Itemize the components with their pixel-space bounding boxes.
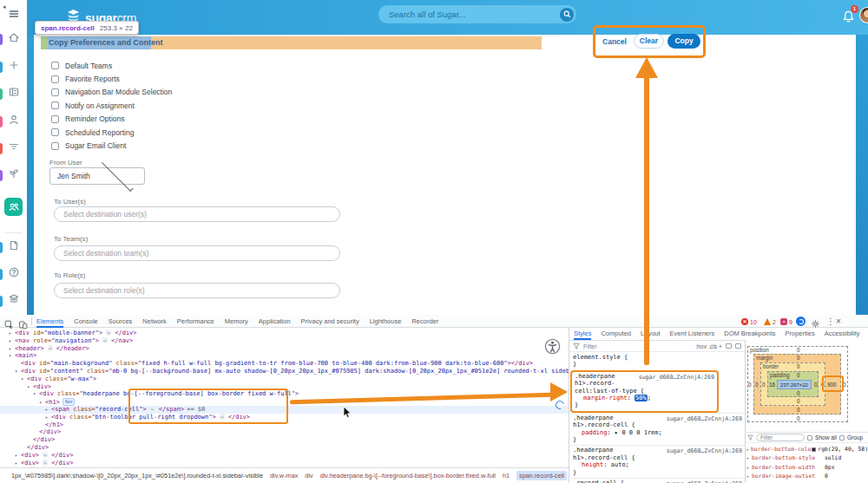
tree-row[interactable]: ▸<nav role="navigation"> ⋯ </nav> xyxy=(0,337,569,345)
console-errors-badge[interactable]: ✕10 xyxy=(741,318,757,325)
stylesheet-source-link[interactable]: sugar_d660…ZxCnnjA:269 xyxy=(667,415,742,422)
devtools-tab-performance[interactable]: Performance xyxy=(177,315,214,328)
accessibility-tree-button[interactable] xyxy=(544,338,561,355)
panel-tab-properties[interactable]: Properties xyxy=(785,328,814,340)
breadcrumb-item[interactable]: div.w-max xyxy=(270,472,298,480)
tree-row[interactable]: ▸<div id="mobile-banner"> ⋯ </div> xyxy=(0,330,569,337)
global-search-input[interactable]: Search all of Sugar... xyxy=(378,5,576,23)
tree-row[interactable]: <div id="main-background" class="fixed h… xyxy=(0,360,569,368)
show-all-checkbox[interactable] xyxy=(807,435,812,441)
sidebar-item[interactable] xyxy=(0,290,27,311)
avatar[interactable] xyxy=(859,7,868,23)
to-field-input[interactable]: Select destination team(s) xyxy=(54,245,340,261)
sidebar-item[interactable] xyxy=(0,165,27,186)
expand-arrow-icon[interactable]: ▸ xyxy=(45,406,51,414)
devtools-tab-memory[interactable]: Memory xyxy=(225,315,248,328)
css-value[interactable]: ▸ 0 0 0 1rem xyxy=(615,429,659,436)
css-property[interactable]: margin-right: 50%; xyxy=(575,395,714,401)
preference-checkbox-row[interactable]: Scheduled Reporting xyxy=(51,126,312,139)
preference-checkbox-row[interactable]: Notify on Assignment xyxy=(51,99,312,112)
preference-checkbox-row[interactable]: Default Teams xyxy=(51,59,312,72)
sidebar-item[interactable] xyxy=(0,83,27,104)
style-rule[interactable]: sugar_d660…ZxCnnjA:269.headerpaneh1>.rec… xyxy=(570,413,745,446)
panel-tab-accessibility[interactable]: Accessibility xyxy=(825,328,860,340)
expand-arrow-icon[interactable]: ▸ xyxy=(15,452,21,460)
computed-property-row[interactable]: ▸border-bottom-colorrgb(29, 40, 58) xyxy=(746,445,868,454)
css-value[interactable]: 50% xyxy=(635,395,648,401)
style-rule[interactable]: sugar_d660…ZxCnnjA:269.headerpaneh1>.rec… xyxy=(570,445,745,478)
from-user-select[interactable]: Jen Smith xyxy=(49,167,145,185)
panel-tab-dom-breakpoints[interactable]: DOM Breakpoints xyxy=(724,328,775,340)
css-value[interactable]: auto xyxy=(611,461,626,468)
preference-checkbox-row[interactable]: Reminder Options xyxy=(51,113,312,126)
tree-row[interactable]: ▾<div id="content" class="mb-0 bg-[--bac… xyxy=(0,368,569,375)
breadcrumb-item[interactable]: 1px_\#075985\].dark\:shadow-\[0_20px_20p… xyxy=(11,472,263,480)
panel-tab-computed[interactable]: Computed xyxy=(601,328,631,340)
expand-arrow-icon[interactable]: ▸ xyxy=(45,414,51,421)
sidebar-item[interactable] xyxy=(0,56,27,77)
tree-row[interactable]: ▸<div> ⋯ </div> xyxy=(0,460,569,467)
expand-arrow-icon[interactable]: ▾ xyxy=(33,390,39,398)
expand-arrow-icon[interactable]: ▾ xyxy=(21,375,27,383)
expand-arrow-icon[interactable]: ▸ xyxy=(15,460,21,467)
devtools-activity-icon[interactable] xyxy=(796,317,806,326)
expand-arrow-icon[interactable]: ▸ xyxy=(9,330,15,337)
devtools-tab-privacy-and-security[interactable]: Privacy and security xyxy=(301,315,359,328)
checkbox[interactable] xyxy=(51,142,59,150)
preference-checkbox-row[interactable]: Favorite Reports xyxy=(51,72,312,85)
tree-row[interactable]: ▾<div class="w-max"> xyxy=(0,375,569,383)
preference-checkbox-row[interactable]: Sugar Email Client xyxy=(51,139,312,152)
devtools-tab-console[interactable]: Console xyxy=(74,315,98,328)
to-field-input[interactable]: Select destination role(s) xyxy=(54,283,340,298)
computed-property-row[interactable]: ▸border-bottom-width0px xyxy=(746,463,868,472)
tree-row[interactable]: ▸<header> ⋯ </header> xyxy=(0,345,569,353)
devtools-tab-network[interactable]: Network xyxy=(142,315,167,328)
stylesheet-source-link[interactable]: sugar_d660…ZxCnnjA:269 xyxy=(639,374,714,381)
devtools-tab-recorder[interactable]: Recorder xyxy=(411,315,438,328)
to-field-input[interactable]: Select destination user(s) xyxy=(54,206,340,222)
computed-property-row[interactable]: ▸border-image-outset0 xyxy=(746,472,868,480)
element-style-rule[interactable]: element.style {} xyxy=(570,353,745,370)
devtools-tab-application[interactable]: Application xyxy=(259,315,291,328)
expand-arrow-icon[interactable]: ▸ xyxy=(9,337,15,345)
panel-tab-event-listeners[interactable]: Event Listeners xyxy=(670,328,715,340)
checkbox[interactable] xyxy=(51,128,59,136)
stylesheet-source-link[interactable]: sugar_d660…ZxCnnjA:269 xyxy=(667,447,742,454)
checkbox[interactable] xyxy=(51,62,59,69)
styles-toggle-buttons[interactable]: :hov .cls + xyxy=(695,343,722,349)
styles-filter-input[interactable]: Filter xyxy=(583,343,692,349)
devtools-close-icon[interactable]: × xyxy=(836,317,841,326)
checkbox[interactable] xyxy=(51,101,59,109)
breadcrumb-scroll-left-icon[interactable]: ◂ xyxy=(3,3,6,10)
breadcrumb-item[interactable]: h1 xyxy=(503,472,510,480)
devtools-tab-sources[interactable]: Sources xyxy=(108,315,133,328)
tree-row[interactable]: </div> xyxy=(0,436,569,444)
css-property[interactable]: height: auto; xyxy=(573,461,742,468)
sidebar-item[interactable] xyxy=(0,138,27,159)
css-property[interactable]: padding: ▸ 0 0 0 1rem; xyxy=(573,429,742,436)
preference-checkbox-row[interactable]: Navigation Bar Module Selection xyxy=(51,86,312,99)
expand-arrow-icon[interactable]: ▾ xyxy=(39,399,45,407)
devtools-tab-elements[interactable]: Elements xyxy=(36,315,63,328)
style-rule[interactable]: sugar_d660…ZxCnnjA:269.record-cell {posi… xyxy=(570,478,745,483)
flex-badge[interactable]: flex xyxy=(62,398,76,406)
breadcrumb-item[interactable]: div xyxy=(305,472,312,480)
panel-tab-styles[interactable]: Styles xyxy=(574,328,591,340)
sidebar-item[interactable] xyxy=(0,111,27,132)
computed-filter-input[interactable]: Filter xyxy=(756,434,805,441)
group-checkbox[interactable] xyxy=(839,435,845,441)
expand-arrow-icon[interactable]: ▾ xyxy=(27,383,33,391)
sidebar-item[interactable] xyxy=(0,29,27,49)
tree-row[interactable]: </div> xyxy=(0,444,569,452)
devtools-more-options-icon[interactable]: ⋮ xyxy=(826,317,835,326)
computed-property-row[interactable]: ▸border-bottom-stylesolid xyxy=(746,454,868,462)
style-rule[interactable]: sugar_d660…ZxCnnjA:269.headerpaneh1>.rec… xyxy=(570,370,719,413)
checkbox[interactable] xyxy=(51,75,59,83)
breadcrumb-item[interactable]: span.record-cell xyxy=(516,471,567,480)
console-warnings-badge[interactable]: 2 xyxy=(764,318,776,325)
breadcrumb-item[interactable]: div.headerpane.bg-\[--foreground-base\].… xyxy=(320,472,496,480)
expand-arrow-icon[interactable]: ▾ xyxy=(9,352,15,360)
tree-row[interactable]: ▸<div> ⋯ </div> xyxy=(0,452,569,460)
expand-arrow-icon[interactable]: ▾ xyxy=(15,368,21,375)
tree-row[interactable]: </div> xyxy=(0,428,569,436)
